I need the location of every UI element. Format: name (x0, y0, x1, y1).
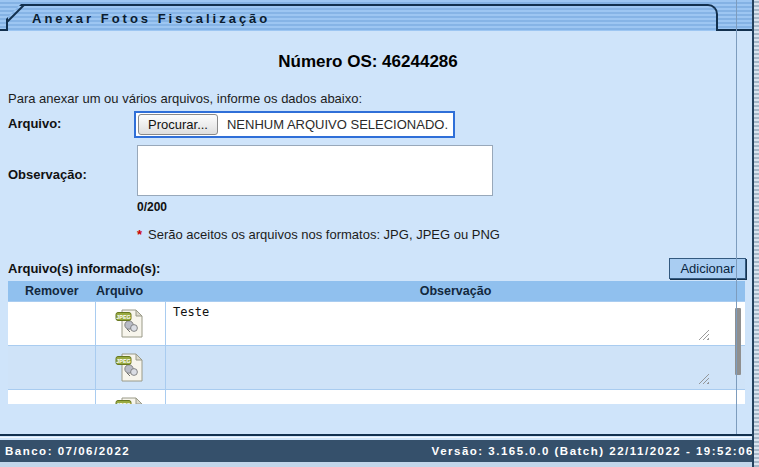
observacao-cell-textarea[interactable] (166, 346, 745, 389)
title-tab: Anexar Fotos Fiscalização (6, 4, 718, 31)
jpeg-file-icon: JPEG (115, 307, 146, 340)
window-edge-texture (754, 0, 759, 467)
jpeg-icon-label: JPEG (116, 358, 131, 364)
arquivo-cell[interactable]: JPEG (96, 346, 166, 389)
panel-bottom-border (0, 434, 753, 436)
files-section-label: Arquivo(s) informado(s): (8, 261, 160, 276)
formats-note: *Serão aceitos os arquivos nos formatos:… (137, 227, 500, 242)
add-button[interactable]: Adicionar (669, 258, 746, 279)
bottom-strip (0, 462, 759, 467)
file-field-label: Arquivo: (8, 116, 61, 131)
resize-grip-icon[interactable] (698, 373, 709, 384)
content-right-border (736, 0, 737, 434)
observation-textarea[interactable] (137, 145, 493, 196)
header-arquivo: Arquivo (96, 284, 166, 298)
title-tab-chamfer (7, 4, 25, 22)
os-number-heading: Número OS: 46244286 (0, 52, 736, 72)
table-row: JPEG Teste (8, 301, 745, 345)
arquivo-cell[interactable]: JPEG (96, 390, 166, 404)
remover-cell[interactable] (8, 390, 96, 404)
observacao-value: Teste (173, 305, 209, 319)
observacao-cell-textarea[interactable] (166, 390, 745, 404)
file-input[interactable]: Procurar... NENHUM ARQUIVO SELECIONADO. (134, 111, 455, 138)
files-table: Remover Arquivo Observação JPEG Teste (8, 281, 745, 404)
char-counter: 0/200 (137, 200, 167, 214)
page-title: Anexar Fotos Fiscalização (32, 11, 270, 26)
pre-status-divider (0, 437, 753, 438)
required-asterisk: * (137, 227, 142, 242)
arquivo-cell[interactable]: JPEG (96, 302, 166, 345)
header-remover: Remover (8, 284, 96, 298)
jpeg-file-icon: JPEG (115, 351, 146, 384)
formats-note-text: Serão aceitos os arquivos nos formatos: … (148, 227, 500, 242)
header-observacao: Observação (166, 284, 745, 298)
status-banco: Banco: 07/06/2022 (5, 445, 130, 457)
title-band: Anexar Fotos Fiscalização (0, 0, 753, 31)
browse-button[interactable]: Procurar... (138, 114, 218, 135)
status-versao: Versão: 3.165.0.0 (Batch) 22/11/2022 - 1… (432, 445, 754, 457)
intro-text: Para anexar um ou vários arquivos, infor… (8, 91, 362, 106)
remover-cell[interactable] (8, 302, 96, 345)
anexar-fotos-window: Anexar Fotos Fiscalização Número OS: 462… (0, 0, 759, 467)
table-row: JPEG (8, 345, 745, 389)
resize-grip-icon[interactable] (698, 329, 709, 340)
observation-label: Observação: (8, 167, 87, 182)
jpeg-icon-label: JPEG (116, 314, 131, 320)
status-bar: Banco: 07/06/2022 Versão: 3.165.0.0 (Bat… (0, 440, 759, 462)
table-row: JPEG (8, 389, 745, 404)
jpeg-file-icon: JPEG (115, 395, 146, 404)
no-file-selected-text: NENHUM ARQUIVO SELECIONADO. (220, 117, 448, 132)
files-table-header: Remover Arquivo Observação (8, 281, 745, 301)
remover-cell[interactable] (8, 346, 96, 389)
observacao-cell-textarea[interactable]: Teste (166, 302, 745, 345)
jpeg-icon-label: JPEG (116, 402, 131, 405)
